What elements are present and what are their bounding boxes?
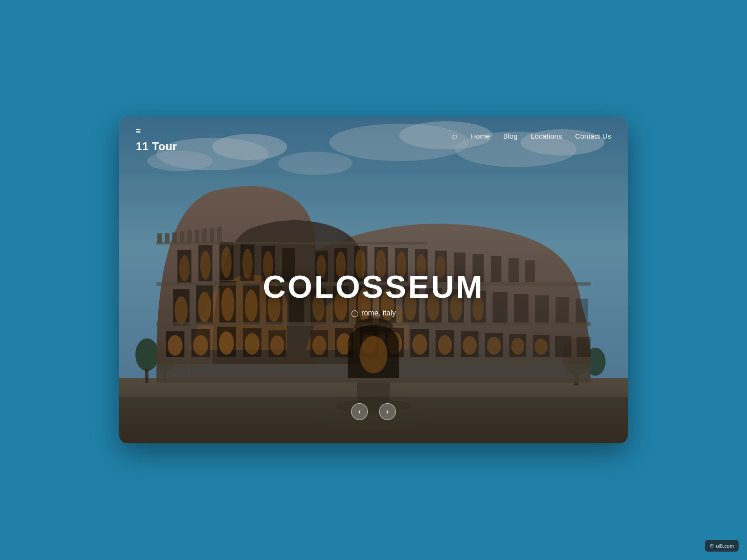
brand-area: ≡ 11 Tour bbox=[136, 127, 177, 153]
main-card: ≡ 11 Tour ⌕ Home Blog Locations Contact … bbox=[119, 117, 628, 443]
watermark-text: ui8.com bbox=[716, 543, 734, 549]
nav-link-home[interactable]: Home bbox=[471, 132, 490, 140]
search-icon[interactable]: ⌕ bbox=[452, 131, 458, 141]
next-arrow-button[interactable]: › bbox=[379, 403, 396, 420]
nav-right: ⌕ Home Blog Locations Contact Us bbox=[452, 127, 611, 141]
location-pin-icon: ◯ bbox=[351, 309, 359, 317]
navbar: ≡ 11 Tour ⌕ Home Blog Locations Contact … bbox=[119, 117, 628, 153]
nav-link-blog[interactable]: Blog bbox=[503, 132, 518, 140]
location-text: rome, italy bbox=[361, 309, 396, 317]
hamburger-menu-icon[interactable]: ≡ bbox=[136, 127, 177, 135]
hero-content: COLOSSEUM ◯ rome, italy bbox=[263, 271, 484, 317]
watermark: ⊙ ui8.com bbox=[705, 540, 739, 552]
prev-arrow-button[interactable]: ‹ bbox=[351, 403, 368, 420]
watermark-icon: ⊙ bbox=[710, 543, 714, 549]
nav-link-locations[interactable]: Locations bbox=[531, 132, 562, 140]
location-badge: ◯ rome, italy bbox=[263, 309, 484, 317]
slider-arrows: ‹ › bbox=[351, 403, 396, 420]
nav-link-contact[interactable]: Contact Us bbox=[575, 132, 611, 140]
brand-name[interactable]: 11 Tour bbox=[136, 140, 177, 153]
destination-title: COLOSSEUM bbox=[263, 271, 484, 302]
